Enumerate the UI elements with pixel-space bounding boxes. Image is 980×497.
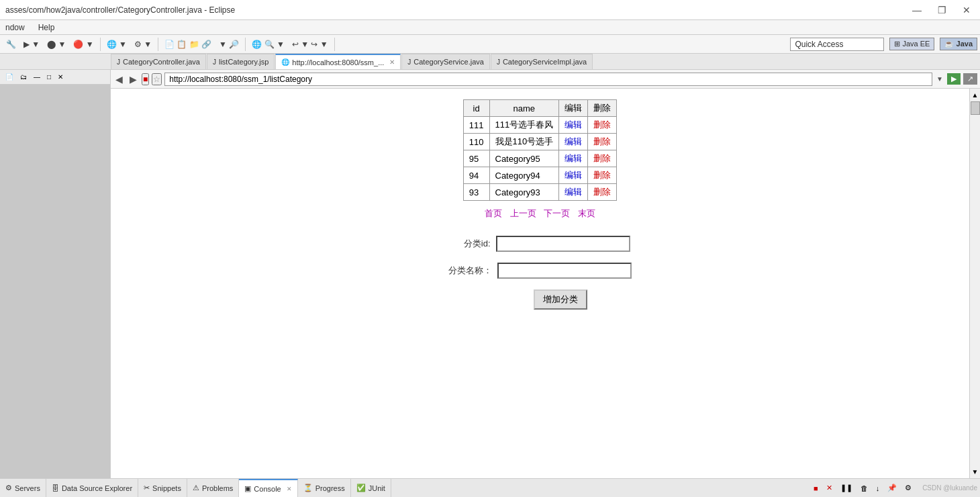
bottom-tab-problems[interactable]: ⚠ Problems: [187, 479, 239, 497]
table-row: 94 Category94 编辑 删除: [463, 167, 616, 184]
table-row: 95 Category95 编辑 删除: [463, 150, 616, 167]
edit-link[interactable]: 编辑: [565, 120, 582, 130]
console-pause-btn[interactable]: ❚❚: [838, 482, 855, 494]
pagination-first[interactable]: 首页: [485, 208, 502, 218]
close-button[interactable]: ✕: [959, 5, 975, 15]
tab-close-browser[interactable]: ✕: [389, 58, 395, 66]
cell-edit: 编辑: [559, 150, 588, 167]
cell-name: Category93: [489, 184, 559, 201]
edit-link[interactable]: 编辑: [565, 136, 582, 146]
maximize-button[interactable]: ❐: [934, 5, 950, 15]
tab-categorycontroller[interactable]: J CategoryController.java: [111, 54, 206, 69]
cell-id: 95: [463, 150, 489, 167]
bottom-tab-progress[interactable]: ⏳ Progress: [298, 479, 351, 497]
pagination: 首页 上一页 下一页 末页: [124, 208, 956, 220]
pagination-prev[interactable]: 上一页: [510, 208, 536, 218]
tab-categoryservice[interactable]: J CategoryService.java: [401, 54, 490, 69]
delete-link[interactable]: 删除: [593, 120, 611, 130]
quick-access-box[interactable]: Quick Access: [790, 38, 884, 51]
cell-delete: 删除: [588, 134, 617, 150]
lp-btn-close[interactable]: ✕: [55, 72, 66, 82]
url-input[interactable]: [164, 73, 932, 86]
toolbar-right: Quick Access ⊞ Java EE ☕ Java: [790, 38, 977, 51]
cell-delete: 删除: [588, 150, 617, 167]
edit-link[interactable]: 编辑: [565, 187, 582, 197]
cell-delete: 删除: [588, 117, 617, 134]
scrollbar-thumb[interactable]: [971, 101, 980, 115]
go-button[interactable]: ▶: [947, 73, 961, 85]
toolbar-btn-7[interactable]: 📄 📋 📁 🔗: [161, 38, 215, 51]
console-settings-btn[interactable]: ⚙: [902, 482, 914, 494]
toolbar-btn-6[interactable]: ⚙ ▼: [131, 38, 155, 51]
console-stop-btn[interactable]: ■: [811, 483, 821, 494]
col-id: id: [463, 100, 489, 117]
console-scroll-btn[interactable]: ↓: [873, 483, 883, 494]
edit-link[interactable]: 编辑: [565, 170, 582, 180]
console-clear-btn[interactable]: 🗑: [858, 483, 871, 494]
tab-icon-1: J: [117, 58, 120, 66]
external-button[interactable]: ↗: [963, 73, 977, 85]
editor-tab-bar: J CategoryController.java J listCategory…: [0, 54, 980, 70]
console-pin-btn[interactable]: 📌: [885, 482, 899, 494]
bookmark-button[interactable]: ☆: [152, 73, 162, 85]
cell-id: 93: [463, 184, 489, 201]
scroll-up-arrow[interactable]: ▲: [972, 91, 979, 99]
form-name-label: 分类名称：: [448, 265, 492, 277]
cell-id: 111: [463, 117, 489, 134]
delete-link[interactable]: 删除: [593, 170, 611, 180]
bottom-tab-junit[interactable]: ✅ JUnit: [351, 479, 391, 497]
bottom-tab-console[interactable]: ▣ Console ✕: [239, 479, 297, 497]
content-main: id name 编辑 删除 111 111号选手春风 编辑 删除 110 我是1…: [111, 89, 969, 478]
toolbar-btn-5[interactable]: 🌐 ▼: [103, 38, 130, 51]
toolbar-btn-3[interactable]: ⬤ ▼: [44, 38, 69, 51]
console-close[interactable]: ✕: [287, 486, 292, 492]
bottom-tab-datasource[interactable]: 🗄 Data Source Explorer: [46, 479, 138, 497]
back-button[interactable]: ◀: [113, 74, 125, 85]
tab-browser[interactable]: 🌐 http://localhost:8080/ssm_... ✕: [275, 54, 401, 69]
delete-link[interactable]: 删除: [593, 153, 611, 163]
pagination-last[interactable]: 末页: [578, 208, 595, 218]
forward-button[interactable]: ▶: [128, 74, 139, 85]
toolbar-btn-9[interactable]: 🌐 🔍 ▼: [248, 38, 288, 51]
menu-window[interactable]: ndow: [3, 23, 28, 32]
tab-listcategory[interactable]: J listCategory.jsp: [207, 54, 275, 69]
edit-link[interactable]: 编辑: [565, 153, 582, 163]
delete-link[interactable]: 删除: [593, 187, 611, 197]
lp-btn-maximize[interactable]: □: [44, 72, 54, 82]
junit-icon: ✅: [356, 484, 366, 492]
form-id-input[interactable]: [496, 236, 630, 252]
menu-help[interactable]: Help: [36, 23, 58, 32]
cell-name: 111号选手春风: [489, 117, 559, 134]
cell-name: Category94: [489, 167, 559, 184]
toolbar-btn-2[interactable]: ▶ ▼: [20, 38, 43, 51]
cell-name: 我是110号选手: [489, 134, 559, 150]
tab-categoryserviceimpl[interactable]: J CategoryServiceImpl.java: [491, 54, 593, 69]
scroll-down-arrow[interactable]: ▼: [972, 468, 979, 476]
perspective-java[interactable]: ☕ Java: [940, 38, 977, 50]
category-table: id name 编辑 删除 111 111号选手春风 编辑 删除 110 我是1…: [463, 99, 617, 201]
main-toolbar: 🔧 ▶ ▼ ⬤ ▼ 🔴 ▼ 🌐 ▼ ⚙ ▼ 📄 📋 📁 🔗 ▼ 🔎 🌐 🔍 ▼ …: [0, 35, 980, 54]
console-stop2-btn[interactable]: ✕: [824, 482, 835, 494]
toolbar-group-3: 📄 📋 📁 🔗 ▼ 🔎: [161, 38, 246, 51]
lp-btn-collapse[interactable]: 🗂: [17, 72, 30, 82]
bottom-tab-servers[interactable]: ⚙ Servers: [0, 479, 46, 497]
delete-link[interactable]: 删除: [593, 136, 611, 146]
toolbar-btn-1[interactable]: 🔧: [3, 38, 19, 51]
pagination-next[interactable]: 下一页: [544, 208, 570, 218]
url-dropdown-arrow[interactable]: ▼: [935, 75, 944, 83]
junit-label: JUnit: [369, 484, 385, 492]
lp-btn-minimize[interactable]: —: [31, 72, 43, 82]
bottom-tab-snippets[interactable]: ✂ Snippets: [138, 479, 187, 497]
add-button[interactable]: 增加分类: [534, 289, 587, 310]
lp-btn-new[interactable]: 📄: [3, 72, 16, 82]
minimize-button[interactable]: —: [908, 5, 926, 15]
toolbar-btn-10[interactable]: ↩ ▼ ↪ ▼: [289, 38, 332, 51]
toolbar-btn-4[interactable]: 🔴 ▼: [70, 38, 97, 51]
cell-id: 110: [463, 134, 489, 150]
stop-button[interactable]: ■: [142, 73, 149, 85]
perspective-javaee[interactable]: ⊞ Java EE: [889, 38, 934, 50]
menu-bar: ndow Help: [0, 20, 980, 35]
col-delete: 删除: [588, 100, 617, 117]
toolbar-btn-8[interactable]: ▼ 🔎: [215, 38, 242, 51]
form-name-input[interactable]: [497, 263, 632, 279]
